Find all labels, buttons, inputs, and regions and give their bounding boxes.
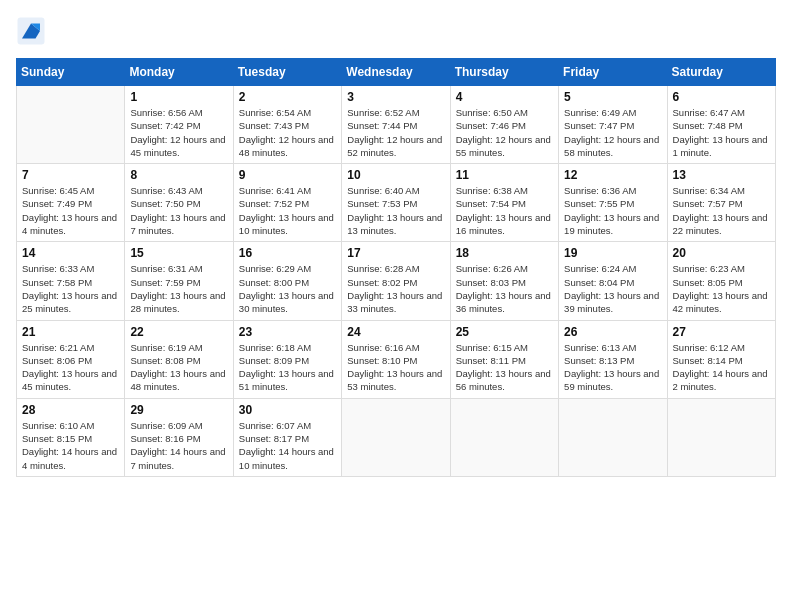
calendar-cell: 12Sunrise: 6:36 AMSunset: 7:55 PMDayligh…	[559, 164, 667, 242]
day-number: 2	[239, 90, 336, 104]
calendar-week-2: 7Sunrise: 6:45 AMSunset: 7:49 PMDaylight…	[17, 164, 776, 242]
day-number: 20	[673, 246, 770, 260]
day-number: 1	[130, 90, 227, 104]
calendar-cell	[559, 398, 667, 476]
calendar-cell	[667, 398, 775, 476]
day-info: Sunrise: 6:31 AMSunset: 7:59 PMDaylight:…	[130, 262, 227, 315]
calendar-cell: 24Sunrise: 6:16 AMSunset: 8:10 PMDayligh…	[342, 320, 450, 398]
calendar-cell: 25Sunrise: 6:15 AMSunset: 8:11 PMDayligh…	[450, 320, 558, 398]
day-number: 16	[239, 246, 336, 260]
calendar-cell: 22Sunrise: 6:19 AMSunset: 8:08 PMDayligh…	[125, 320, 233, 398]
day-info: Sunrise: 6:18 AMSunset: 8:09 PMDaylight:…	[239, 341, 336, 394]
calendar-cell: 7Sunrise: 6:45 AMSunset: 7:49 PMDaylight…	[17, 164, 125, 242]
day-info: Sunrise: 6:26 AMSunset: 8:03 PMDaylight:…	[456, 262, 553, 315]
day-info: Sunrise: 6:07 AMSunset: 8:17 PMDaylight:…	[239, 419, 336, 472]
day-number: 30	[239, 403, 336, 417]
day-number: 28	[22, 403, 119, 417]
day-info: Sunrise: 6:29 AMSunset: 8:00 PMDaylight:…	[239, 262, 336, 315]
day-number: 13	[673, 168, 770, 182]
logo	[16, 16, 50, 46]
calendar-cell: 16Sunrise: 6:29 AMSunset: 8:00 PMDayligh…	[233, 242, 341, 320]
calendar-cell: 13Sunrise: 6:34 AMSunset: 7:57 PMDayligh…	[667, 164, 775, 242]
day-info: Sunrise: 6:21 AMSunset: 8:06 PMDaylight:…	[22, 341, 119, 394]
day-info: Sunrise: 6:34 AMSunset: 7:57 PMDaylight:…	[673, 184, 770, 237]
calendar-cell: 21Sunrise: 6:21 AMSunset: 8:06 PMDayligh…	[17, 320, 125, 398]
calendar: SundayMondayTuesdayWednesdayThursdayFrid…	[16, 58, 776, 477]
weekday-header-saturday: Saturday	[667, 59, 775, 86]
calendar-cell: 9Sunrise: 6:41 AMSunset: 7:52 PMDaylight…	[233, 164, 341, 242]
day-number: 7	[22, 168, 119, 182]
weekday-header-sunday: Sunday	[17, 59, 125, 86]
day-number: 6	[673, 90, 770, 104]
weekday-header-tuesday: Tuesday	[233, 59, 341, 86]
logo-icon	[16, 16, 46, 46]
day-number: 12	[564, 168, 661, 182]
day-number: 11	[456, 168, 553, 182]
calendar-cell	[342, 398, 450, 476]
day-info: Sunrise: 6:50 AMSunset: 7:46 PMDaylight:…	[456, 106, 553, 159]
day-number: 4	[456, 90, 553, 104]
calendar-cell: 30Sunrise: 6:07 AMSunset: 8:17 PMDayligh…	[233, 398, 341, 476]
day-info: Sunrise: 6:49 AMSunset: 7:47 PMDaylight:…	[564, 106, 661, 159]
day-number: 23	[239, 325, 336, 339]
weekday-header-thursday: Thursday	[450, 59, 558, 86]
day-number: 8	[130, 168, 227, 182]
day-info: Sunrise: 6:54 AMSunset: 7:43 PMDaylight:…	[239, 106, 336, 159]
calendar-cell: 27Sunrise: 6:12 AMSunset: 8:14 PMDayligh…	[667, 320, 775, 398]
calendar-cell	[17, 86, 125, 164]
calendar-cell: 11Sunrise: 6:38 AMSunset: 7:54 PMDayligh…	[450, 164, 558, 242]
day-info: Sunrise: 6:10 AMSunset: 8:15 PMDaylight:…	[22, 419, 119, 472]
day-number: 19	[564, 246, 661, 260]
day-number: 18	[456, 246, 553, 260]
day-number: 10	[347, 168, 444, 182]
calendar-cell: 23Sunrise: 6:18 AMSunset: 8:09 PMDayligh…	[233, 320, 341, 398]
calendar-cell: 1Sunrise: 6:56 AMSunset: 7:42 PMDaylight…	[125, 86, 233, 164]
day-info: Sunrise: 6:36 AMSunset: 7:55 PMDaylight:…	[564, 184, 661, 237]
day-number: 17	[347, 246, 444, 260]
calendar-week-3: 14Sunrise: 6:33 AMSunset: 7:58 PMDayligh…	[17, 242, 776, 320]
calendar-cell: 14Sunrise: 6:33 AMSunset: 7:58 PMDayligh…	[17, 242, 125, 320]
weekday-header-friday: Friday	[559, 59, 667, 86]
day-number: 29	[130, 403, 227, 417]
day-info: Sunrise: 6:24 AMSunset: 8:04 PMDaylight:…	[564, 262, 661, 315]
weekday-header-monday: Monday	[125, 59, 233, 86]
calendar-cell: 2Sunrise: 6:54 AMSunset: 7:43 PMDaylight…	[233, 86, 341, 164]
day-info: Sunrise: 6:09 AMSunset: 8:16 PMDaylight:…	[130, 419, 227, 472]
day-info: Sunrise: 6:19 AMSunset: 8:08 PMDaylight:…	[130, 341, 227, 394]
day-info: Sunrise: 6:15 AMSunset: 8:11 PMDaylight:…	[456, 341, 553, 394]
day-info: Sunrise: 6:23 AMSunset: 8:05 PMDaylight:…	[673, 262, 770, 315]
day-number: 15	[130, 246, 227, 260]
day-info: Sunrise: 6:40 AMSunset: 7:53 PMDaylight:…	[347, 184, 444, 237]
weekday-header-wednesday: Wednesday	[342, 59, 450, 86]
calendar-cell: 3Sunrise: 6:52 AMSunset: 7:44 PMDaylight…	[342, 86, 450, 164]
day-info: Sunrise: 6:38 AMSunset: 7:54 PMDaylight:…	[456, 184, 553, 237]
day-number: 3	[347, 90, 444, 104]
day-number: 14	[22, 246, 119, 260]
calendar-cell: 5Sunrise: 6:49 AMSunset: 7:47 PMDaylight…	[559, 86, 667, 164]
day-info: Sunrise: 6:33 AMSunset: 7:58 PMDaylight:…	[22, 262, 119, 315]
day-info: Sunrise: 6:56 AMSunset: 7:42 PMDaylight:…	[130, 106, 227, 159]
day-info: Sunrise: 6:16 AMSunset: 8:10 PMDaylight:…	[347, 341, 444, 394]
calendar-cell: 19Sunrise: 6:24 AMSunset: 8:04 PMDayligh…	[559, 242, 667, 320]
calendar-cell: 29Sunrise: 6:09 AMSunset: 8:16 PMDayligh…	[125, 398, 233, 476]
calendar-cell: 15Sunrise: 6:31 AMSunset: 7:59 PMDayligh…	[125, 242, 233, 320]
day-number: 25	[456, 325, 553, 339]
day-info: Sunrise: 6:13 AMSunset: 8:13 PMDaylight:…	[564, 341, 661, 394]
calendar-cell: 6Sunrise: 6:47 AMSunset: 7:48 PMDaylight…	[667, 86, 775, 164]
day-number: 26	[564, 325, 661, 339]
day-number: 21	[22, 325, 119, 339]
day-info: Sunrise: 6:12 AMSunset: 8:14 PMDaylight:…	[673, 341, 770, 394]
calendar-cell: 18Sunrise: 6:26 AMSunset: 8:03 PMDayligh…	[450, 242, 558, 320]
calendar-week-5: 28Sunrise: 6:10 AMSunset: 8:15 PMDayligh…	[17, 398, 776, 476]
day-number: 22	[130, 325, 227, 339]
day-info: Sunrise: 6:45 AMSunset: 7:49 PMDaylight:…	[22, 184, 119, 237]
day-number: 27	[673, 325, 770, 339]
calendar-cell: 8Sunrise: 6:43 AMSunset: 7:50 PMDaylight…	[125, 164, 233, 242]
calendar-cell: 28Sunrise: 6:10 AMSunset: 8:15 PMDayligh…	[17, 398, 125, 476]
day-number: 9	[239, 168, 336, 182]
calendar-week-4: 21Sunrise: 6:21 AMSunset: 8:06 PMDayligh…	[17, 320, 776, 398]
day-info: Sunrise: 6:41 AMSunset: 7:52 PMDaylight:…	[239, 184, 336, 237]
day-info: Sunrise: 6:28 AMSunset: 8:02 PMDaylight:…	[347, 262, 444, 315]
day-number: 24	[347, 325, 444, 339]
calendar-week-1: 1Sunrise: 6:56 AMSunset: 7:42 PMDaylight…	[17, 86, 776, 164]
